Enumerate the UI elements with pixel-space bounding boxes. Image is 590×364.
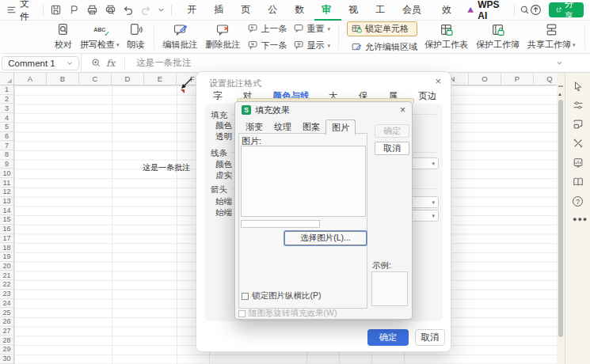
tab-efficiency[interactable]: 效率 [435,0,462,21]
vertical-scrollbar[interactable]: ▲ [557,73,565,364]
row-header[interactable]: 17 [0,234,13,244]
lock-cell-button[interactable]: 锁定单元格 [347,21,417,36]
row-header[interactable]: 8 [0,150,13,160]
row-header[interactable]: 25 [0,308,13,317]
row-header[interactable]: 28 [0,336,13,345]
hamburger-menu-icon[interactable] [6,5,17,15]
tab-gradient[interactable]: 渐变 [240,119,268,135]
tab-member[interactable]: 会员专享 [395,0,435,21]
row-header[interactable]: 21 [0,271,13,280]
tab-texture[interactable]: 纹理 [268,119,297,135]
tab-picture[interactable]: 图片 [325,119,356,135]
cancel-button[interactable]: 取消 [415,329,445,346]
close-icon[interactable]: × [400,104,405,116]
name-box[interactable]: Comment 1 [0,54,82,73]
print-preview-icon[interactable] [105,4,116,16]
column-header[interactable]: E [144,73,177,85]
row-header[interactable]: 14 [0,206,13,215]
rotate-fill-checkbox[interactable]: 随图形旋转填充效果(W) [238,308,337,319]
scroll-up-icon[interactable]: ▲ [558,92,562,97]
tools-icon[interactable] [573,138,584,149]
formula-content[interactable]: 这是一条批注 [136,57,191,69]
help-icon[interactable]: ? [573,196,583,207]
upload-cloud-icon[interactable] [530,4,542,16]
column-header[interactable]: O [469,73,501,85]
tab-insert[interactable]: 插入 [207,0,234,21]
save-icon[interactable] [50,4,62,16]
row-header[interactable]: 5 [0,123,13,132]
row-header[interactable]: 3 [0,104,13,113]
settings-sliders-icon[interactable] [573,100,584,111]
next-comment-button[interactable]: 下一条 [248,40,287,51]
show-comment-button[interactable]: 显示▾ [294,40,331,51]
row-header[interactable]: 2 [0,95,13,104]
row-header[interactable]: 6 [0,132,13,142]
edit-comment-button[interactable]: 编辑批注 [159,23,202,51]
row-header[interactable]: 16 [0,225,13,234]
tab-page[interactable]: 页面 [234,0,261,21]
chart-assistant-icon[interactable] [573,157,584,169]
row-header[interactable]: 24 [0,299,13,309]
column-header[interactable]: A [14,73,47,85]
spell-check-button[interactable]: ABC ✓ 拼写检查▾ [76,23,124,51]
row-header[interactable]: 29 [0,345,13,355]
row-header[interactable]: 27 [0,327,13,336]
picture-path-input[interactable] [241,220,320,228]
row-header[interactable]: 9 [0,160,13,169]
row-header[interactable]: 30 [0,355,13,364]
undo-icon[interactable] [123,5,134,16]
more-options-icon[interactable]: ●●● [573,215,588,223]
print-icon[interactable] [86,4,98,16]
fx-label[interactable]: fx [106,58,115,69]
share-button[interactable]: 分享 [549,2,584,17]
select-picture-button[interactable]: 选择图片(L)... [284,231,367,245]
select-all-corner[interactable] [0,73,14,85]
tab-pattern[interactable]: 图案 [297,119,325,135]
protect-sheet-button[interactable]: 保护工作表 [421,23,472,51]
row-header[interactable]: 12 [0,188,13,197]
proofread-button[interactable]: 校对 [51,23,76,51]
ok-button[interactable]: 确定 [367,329,409,346]
row-header[interactable]: 10 [0,169,13,178]
column-header[interactable]: P [501,73,534,85]
column-header[interactable]: B [47,73,79,85]
delete-comment-button[interactable]: 删除批注 [202,23,245,51]
wps-ai-button[interactable]: WPS AI [466,0,504,21]
tab-formula[interactable]: 公式 [261,0,287,21]
row-header[interactable]: 13 [0,197,13,207]
ok-button-disabled[interactable]: 确定 [375,124,409,138]
zoom-formula-icon[interactable] [91,58,101,68]
read-aloud-button[interactable]: 朗读 [124,23,149,51]
row-header[interactable]: 15 [0,215,13,225]
search-icon[interactable] [520,5,530,15]
cell-e2-comment-text[interactable]: 这是一条批注 [143,162,190,173]
row-header[interactable]: 4 [0,113,13,123]
tab-data[interactable]: 数据 [287,0,314,21]
row-header[interactable]: 1 [0,85,13,95]
tab-home[interactable]: 开始 [180,0,207,21]
allow-edit-ranges-button[interactable]: 允许编辑区域 [347,41,417,53]
row-header[interactable]: 18 [0,243,13,252]
previous-comment-button[interactable]: 上一条 [248,23,287,35]
row-header[interactable]: 19 [0,252,13,262]
row-header[interactable]: 20 [0,262,13,271]
scrollbar-thumb[interactable] [558,100,563,337]
cancel-button[interactable]: 取消 [375,142,409,155]
expand-formula-bar-icon[interactable] [556,59,563,66]
protect-workbook-button[interactable]: 保护工作簿 [472,23,523,51]
snapshot-region-icon[interactable] [573,119,584,130]
tab-view[interactable]: 视图 [341,0,368,21]
row-header[interactable]: 26 [0,317,13,327]
row-header[interactable]: 22 [0,280,13,290]
row-header[interactable]: 23 [0,290,13,299]
share-workbook-button[interactable]: 共享工作簿▾ [523,23,580,51]
redo-icon[interactable] [140,5,151,16]
export-pdf-icon[interactable] [68,4,80,16]
tab-review[interactable]: 审阅 [314,0,341,21]
select-cursor-icon[interactable] [573,81,584,92]
quick-access-chevron-icon[interactable] [158,6,165,13]
reset-comment-button[interactable]: 重置▾ [294,23,331,35]
reference-search-icon[interactable] [573,176,584,188]
column-header[interactable]: C [79,73,112,85]
row-header[interactable]: 11 [0,178,13,188]
